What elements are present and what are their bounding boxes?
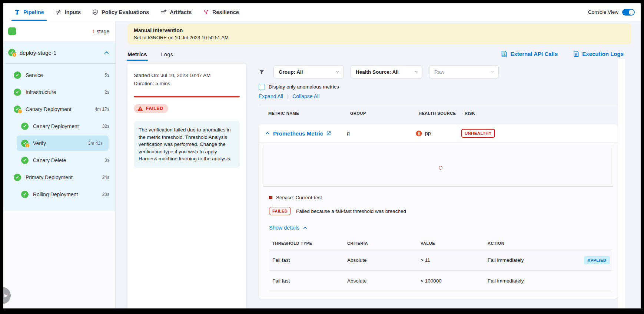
expand-all-link[interactable]: Expand All bbox=[259, 93, 283, 99]
detail-tabs-row: Metrics Logs External API Calls Executio… bbox=[127, 50, 624, 61]
tab-pipeline-label: Pipeline bbox=[23, 9, 44, 15]
filter-funnel-icon[interactable] bbox=[259, 69, 265, 75]
status-success-icon: ✓ bbox=[21, 191, 29, 198]
column-value: VALUE bbox=[421, 241, 488, 245]
sidebar-header: 1 stage bbox=[3, 21, 115, 42]
raw-filter-dropdown[interactable]: Raw bbox=[429, 65, 499, 78]
applied-badge: APPLIED bbox=[584, 256, 610, 264]
step-duration: 23s bbox=[102, 192, 109, 197]
content-area: Started On: Jul 10, 2023 10:47 AM Durati… bbox=[127, 64, 641, 308]
chevron-down-icon bbox=[335, 70, 340, 74]
group-filter-dropdown[interactable]: Group: All bbox=[273, 65, 344, 78]
metrics-table-header: METRIC NAME GROUP HEALTH SOURCE RISK bbox=[259, 111, 618, 116]
console-view-label: Console View bbox=[588, 9, 618, 15]
tab-logs[interactable]: Logs bbox=[161, 51, 173, 61]
health-source-filter-value: Health Source: All bbox=[356, 69, 399, 75]
status-success-icon: ✓ bbox=[14, 174, 21, 181]
sidebar-step-canary-deployment[interactable]: ✓! Canary Deployment 4m 17s bbox=[3, 101, 115, 118]
metric-name-link[interactable]: Prometheus Metric bbox=[273, 130, 323, 137]
metric-expanded-section: Service: Current-test FAILED Failed beca… bbox=[259, 142, 618, 299]
stage-name: deploy-stage-1 bbox=[20, 50, 100, 56]
step-label: Canary Deployment bbox=[26, 106, 90, 112]
external-api-calls-link[interactable]: External API Calls bbox=[501, 50, 558, 57]
threshold-row: Fail fast Absolute > 11 Fail immediately… bbox=[269, 250, 612, 271]
artifacts-icon bbox=[160, 9, 167, 16]
execution-sidebar: 1 stage ✓! deploy-stage-1 ✓ Service 5s bbox=[3, 21, 116, 308]
group-filter-value: Group: All bbox=[279, 69, 303, 75]
stage-status-square-icon bbox=[8, 27, 16, 35]
divider bbox=[288, 94, 288, 99]
app-window: Pipeline Inputs Policy Evaluations Artif… bbox=[3, 3, 641, 308]
column-metric-name: METRIC NAME bbox=[268, 111, 350, 116]
tab-resilience[interactable]: Resilience bbox=[203, 3, 239, 21]
step-duration: 2s bbox=[104, 90, 109, 95]
api-document-icon bbox=[501, 50, 507, 57]
metric-row: Prometheus Metric g pp bbox=[259, 124, 618, 142]
chevron-up-icon bbox=[303, 226, 308, 230]
tab-metrics[interactable]: Metrics bbox=[127, 51, 147, 61]
threshold-type-cell: Fail fast bbox=[272, 278, 347, 284]
criteria-cell: Absolute bbox=[347, 257, 421, 263]
status-success-icon: ✓ bbox=[21, 123, 29, 130]
tab-resilience-label: Resilience bbox=[212, 9, 239, 15]
thresholds-table-header: THRESHOLD TYPE CRITERIA VALUE ACTION bbox=[269, 238, 612, 250]
show-details-link[interactable]: Show details bbox=[269, 225, 613, 231]
column-action: ACTION bbox=[488, 241, 575, 245]
banner-title: Manual Intervention bbox=[134, 27, 625, 33]
filter-row: Group: All Health Source: All Raw bbox=[259, 65, 618, 78]
tab-artifacts[interactable]: Artifacts bbox=[160, 3, 192, 21]
sidebar-step-canary-deployment-child[interactable]: ✓ Canary Deployment 32s bbox=[3, 118, 115, 135]
chart-legend: Service: Current-test bbox=[269, 195, 613, 200]
expand-panel-button[interactable]: ▶ bbox=[3, 287, 11, 304]
sidebar-stage-deploy-stage-1[interactable]: ✓! deploy-stage-1 bbox=[3, 42, 115, 63]
raw-filter-placeholder: Raw bbox=[434, 69, 444, 75]
prometheus-icon bbox=[415, 130, 422, 137]
status-success-warning-icon: ✓! bbox=[21, 140, 29, 147]
step-label: Verify bbox=[33, 140, 84, 146]
collapse-all-link[interactable]: Collapse All bbox=[292, 93, 319, 99]
anomalous-metrics-filter: Display only anomalous metrics bbox=[259, 84, 618, 90]
step-duration: 3m 41s bbox=[88, 141, 103, 146]
scrollbar-track[interactable] bbox=[618, 59, 625, 308]
sidebar-step-rolling-deployment[interactable]: ✓ Rolling Deployment 23s bbox=[3, 186, 115, 203]
console-view-control: Console View bbox=[588, 9, 635, 16]
external-link-icon[interactable] bbox=[326, 131, 331, 136]
step-duration: 3s bbox=[104, 158, 109, 163]
step-label: Service bbox=[26, 72, 100, 78]
tab-pipeline[interactable]: Pipeline bbox=[14, 3, 44, 21]
criteria-cell: Absolute bbox=[347, 278, 421, 284]
expand-collapse-row: Expand All Collapse All bbox=[259, 93, 618, 99]
pipeline-icon bbox=[14, 9, 20, 15]
toggle-knob bbox=[629, 10, 634, 15]
warning-triangle-icon bbox=[137, 106, 143, 111]
sidebar-step-service[interactable]: ✓ Service 5s bbox=[3, 67, 115, 84]
anomalous-data-point[interactable] bbox=[439, 166, 442, 170]
collapse-metric-chevron-up-icon[interactable] bbox=[265, 131, 270, 136]
sidebar-step-infrastructure[interactable]: ✓ Infrastructure 2s bbox=[3, 84, 115, 101]
tab-artifacts-label: Artifacts bbox=[170, 9, 192, 15]
console-view-toggle[interactable] bbox=[622, 9, 635, 16]
health-source-value: pp bbox=[425, 130, 431, 136]
stage-tree: ✓! deploy-stage-1 ✓ Service 5s ✓ I bbox=[3, 42, 115, 211]
chevron-up-icon[interactable] bbox=[104, 50, 109, 56]
started-on: Started On: Jul 10, 2023 10:47 AM bbox=[134, 73, 240, 78]
external-api-calls-label: External API Calls bbox=[510, 51, 558, 57]
legend-label: Service: Current-test bbox=[276, 195, 322, 200]
anomalous-metrics-checkbox[interactable] bbox=[259, 84, 265, 90]
execution-logs-link[interactable]: Execution Logs bbox=[573, 50, 624, 57]
sidebar-step-primary-deployment[interactable]: ✓ Primary Deployment 24s bbox=[3, 169, 115, 186]
action-cell: Fail immediately bbox=[488, 278, 575, 284]
health-source-filter-dropdown[interactable]: Health Source: All bbox=[351, 65, 422, 78]
tab-policy-evaluations[interactable]: Policy Evaluations bbox=[92, 3, 149, 21]
sidebar-step-canary-delete[interactable]: ✓ Canary Delete 3s bbox=[3, 152, 115, 169]
status-success-icon: ✓ bbox=[21, 157, 29, 164]
play-icon: ▶ bbox=[4, 293, 8, 298]
metric-row-card: Prometheus Metric g pp bbox=[259, 124, 618, 299]
resilience-icon bbox=[203, 9, 209, 16]
step-duration: 32s bbox=[102, 124, 109, 129]
banner-message: Set to IGNORE on 10-Jul-2023 10:50:51 AM bbox=[134, 35, 625, 40]
sidebar-step-verify[interactable]: ✓! Verify 3m 41s bbox=[17, 136, 109, 151]
status-success-warning-icon: ✓! bbox=[14, 106, 21, 113]
threshold-failure-row: FAILED Failed because a fail-fast thresh… bbox=[269, 207, 613, 215]
tab-inputs[interactable]: Inputs bbox=[55, 3, 81, 21]
